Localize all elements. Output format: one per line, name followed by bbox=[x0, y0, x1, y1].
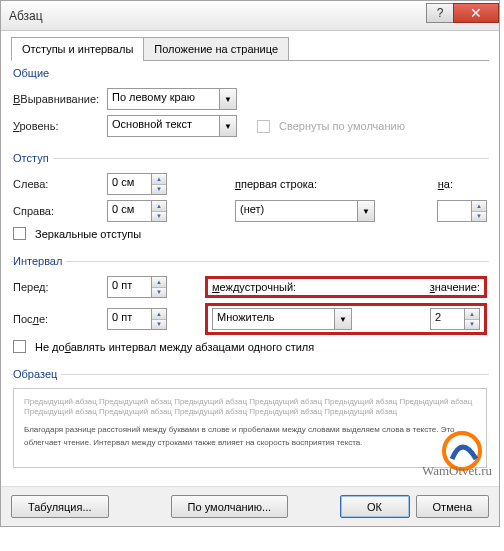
chevron-down-icon: ▼ bbox=[334, 309, 351, 329]
preview-box: Предыдущий абзац Предыдущий абзац Предыд… bbox=[13, 388, 487, 468]
group-indent-legend: Отступ bbox=[13, 152, 53, 164]
after-spinner[interactable]: 0 пт ▲▼ bbox=[107, 308, 167, 330]
noadd-checkbox[interactable] bbox=[13, 340, 26, 353]
default-button[interactable]: По умолчанию... bbox=[171, 495, 289, 518]
cancel-button[interactable]: Отмена bbox=[416, 495, 489, 518]
right-indent-spinner[interactable]: 0 см ▲▼ bbox=[107, 200, 167, 222]
highlight-box-2: Множитель ▼ 2 ▲▼ bbox=[205, 303, 487, 335]
group-preview-legend: Образец bbox=[13, 368, 61, 380]
right-indent-label: Справа: bbox=[13, 205, 103, 217]
tabs-button[interactable]: Табуляция... bbox=[11, 495, 109, 518]
help-button[interactable]: ? bbox=[426, 3, 454, 23]
before-spinner[interactable]: 0 пт ▲▼ bbox=[107, 276, 167, 298]
line-spacing-combo[interactable]: Множитель ▼ bbox=[212, 308, 352, 330]
collapse-label: Свернуты по умолчанию bbox=[279, 120, 405, 132]
group-general-legend: Общие bbox=[13, 67, 53, 79]
noadd-label: Не добавлять интервал между абзацами одн… bbox=[35, 341, 314, 353]
group-spacing-legend: Интервал bbox=[13, 255, 66, 267]
level-label: Уровень: bbox=[13, 120, 103, 132]
close-button[interactable]: ✕ bbox=[453, 3, 499, 23]
after-label: После: bbox=[13, 313, 103, 325]
before-label: Перед: bbox=[13, 281, 103, 293]
by-spinner[interactable]: ▲▼ bbox=[437, 200, 487, 222]
dialog-window: Абзац ? ✕ Отступы и интервалы Положение … bbox=[0, 0, 500, 527]
window-title: Абзац bbox=[9, 9, 426, 23]
tab-strip: Отступы и интервалы Положение на страниц… bbox=[11, 37, 489, 61]
dialog-content: Отступы и интервалы Положение на страниц… bbox=[1, 31, 499, 486]
highlight-box: междустрочный: значение: bbox=[205, 276, 487, 298]
group-preview: Образец Предыдущий абзац Предыдущий абза… bbox=[11, 368, 489, 472]
chevron-down-icon: ▼ bbox=[219, 116, 236, 136]
alignment-combo[interactable]: По левому краю ▼ bbox=[107, 88, 237, 110]
tab-position[interactable]: Положение на странице bbox=[143, 37, 289, 61]
preview-body-text: Благодаря разнице расстояний между буква… bbox=[24, 424, 476, 450]
left-indent-label: Слева: bbox=[13, 178, 103, 190]
titlebar: Абзац ? ✕ bbox=[1, 1, 499, 31]
group-indent: Отступ Слева: 0 см ▲▼ ппервая строка: на… bbox=[11, 152, 489, 249]
line-spacing-label: междустрочный: bbox=[212, 281, 317, 293]
at-label: значение: bbox=[430, 281, 480, 293]
chevron-down-icon: ▼ bbox=[357, 201, 374, 221]
at-spinner[interactable]: 2 ▲▼ bbox=[430, 308, 480, 330]
by-label: на: bbox=[438, 178, 453, 190]
button-bar: Табуляция... По умолчанию... ОК Отмена bbox=[1, 486, 499, 526]
mirror-label: Зеркальные отступы bbox=[35, 228, 141, 240]
left-indent-spinner[interactable]: 0 см ▲▼ bbox=[107, 173, 167, 195]
firstline-label: ппервая строка: bbox=[235, 178, 345, 190]
preview-gray-text: Предыдущий абзац Предыдущий абзац Предыд… bbox=[24, 397, 476, 418]
group-spacing: Интервал Перед: 0 пт ▲▼ междустрочный: з… bbox=[11, 255, 489, 362]
level-combo[interactable]: Основной текст ▼ bbox=[107, 115, 237, 137]
mirror-checkbox[interactable] bbox=[13, 227, 26, 240]
ok-button[interactable]: ОК bbox=[340, 495, 410, 518]
firstline-combo[interactable]: (нет) ▼ bbox=[235, 200, 375, 222]
chevron-down-icon: ▼ bbox=[219, 89, 236, 109]
group-general: Общие ВВыравнивание: По левому краю ▼ Ур… bbox=[11, 67, 489, 146]
collapse-checkbox bbox=[257, 120, 270, 133]
alignment-label: ВВыравнивание: bbox=[13, 93, 103, 105]
tab-indents[interactable]: Отступы и интервалы bbox=[11, 37, 144, 61]
